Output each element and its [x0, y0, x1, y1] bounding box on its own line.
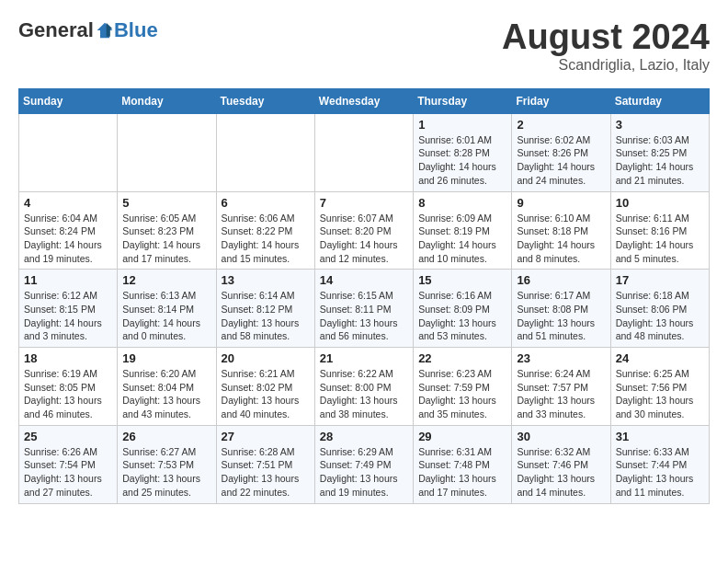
- page-subtitle: Scandriglia, Lazio, Italy: [502, 57, 710, 74]
- day-number: 1: [418, 118, 506, 132]
- calendar-cell: 15Sunrise: 6:16 AMSunset: 8:09 PMDayligh…: [414, 270, 512, 348]
- day-number: 27: [222, 430, 310, 443]
- calendar-cell: 10Sunrise: 6:11 AMSunset: 8:16 PMDayligh…: [610, 191, 709, 270]
- day-number: 9: [517, 196, 605, 210]
- logo-icon: [96, 21, 114, 40]
- calendar-cell: 14Sunrise: 6:15 AMSunset: 8:11 PMDayligh…: [314, 270, 413, 348]
- day-number: 20: [222, 351, 310, 365]
- day-number: 7: [320, 196, 408, 210]
- col-header-sunday: Sunday: [19, 88, 118, 113]
- day-info: Sunrise: 6:27 AMSunset: 7:53 PMDaylight:…: [122, 445, 210, 500]
- day-number: 5: [122, 196, 210, 210]
- day-info: Sunrise: 6:17 AMSunset: 8:08 PMDaylight:…: [517, 289, 605, 343]
- calendar-cell: 29Sunrise: 6:31 AMSunset: 7:48 PMDayligh…: [414, 425, 512, 503]
- day-number: 24: [616, 351, 704, 365]
- day-number: 29: [418, 430, 506, 443]
- day-info: Sunrise: 6:06 AMSunset: 8:22 PMDaylight:…: [222, 212, 310, 266]
- day-info: Sunrise: 6:28 AMSunset: 7:51 PMDaylight:…: [222, 445, 310, 500]
- logo-general-text: General: [18, 18, 94, 42]
- day-number: 17: [616, 273, 704, 287]
- day-number: 12: [122, 273, 210, 287]
- day-number: 31: [616, 430, 704, 443]
- calendar-header-row: SundayMondayTuesdayWednesdayThursdayFrid…: [19, 88, 710, 113]
- calendar-cell: 2Sunrise: 6:02 AMSunset: 8:26 PMDaylight…: [512, 113, 610, 191]
- calendar-cell: 19Sunrise: 6:20 AMSunset: 8:04 PMDayligh…: [118, 348, 216, 426]
- calendar-week-5: 25Sunrise: 6:26 AMSunset: 7:54 PMDayligh…: [19, 425, 710, 503]
- page-title: August 2024: [502, 18, 710, 57]
- calendar-cell: 18Sunrise: 6:19 AMSunset: 8:05 PMDayligh…: [19, 348, 118, 426]
- calendar-cell: 6Sunrise: 6:06 AMSunset: 8:22 PMDaylight…: [216, 191, 314, 270]
- calendar-cell: 12Sunrise: 6:13 AMSunset: 8:14 PMDayligh…: [118, 270, 216, 348]
- day-number: 16: [517, 273, 605, 287]
- calendar-cell: [314, 113, 413, 191]
- calendar-week-1: 1Sunrise: 6:01 AMSunset: 8:28 PMDaylight…: [19, 113, 710, 191]
- day-info: Sunrise: 6:25 AMSunset: 7:56 PMDaylight:…: [616, 367, 704, 421]
- calendar-cell: 8Sunrise: 6:09 AMSunset: 8:19 PMDaylight…: [414, 191, 512, 270]
- day-number: 26: [122, 430, 210, 443]
- day-number: 30: [517, 430, 605, 443]
- day-info: Sunrise: 6:31 AMSunset: 7:48 PMDaylight:…: [418, 445, 506, 500]
- calendar-cell: 17Sunrise: 6:18 AMSunset: 8:06 PMDayligh…: [610, 270, 709, 348]
- day-number: 3: [616, 118, 704, 132]
- calendar-cell: 24Sunrise: 6:25 AMSunset: 7:56 PMDayligh…: [610, 348, 709, 426]
- calendar-cell: [118, 113, 216, 191]
- day-info: Sunrise: 6:12 AMSunset: 8:15 PMDaylight:…: [24, 289, 112, 343]
- title-area: August 2024 Scandriglia, Lazio, Italy: [502, 18, 710, 74]
- day-info: Sunrise: 6:24 AMSunset: 7:57 PMDaylight:…: [517, 367, 605, 421]
- col-header-monday: Monday: [118, 88, 216, 113]
- day-info: Sunrise: 6:21 AMSunset: 8:02 PMDaylight:…: [222, 367, 310, 421]
- day-info: Sunrise: 6:22 AMSunset: 8:00 PMDaylight:…: [320, 367, 408, 421]
- calendar-cell: 11Sunrise: 6:12 AMSunset: 8:15 PMDayligh…: [19, 270, 118, 348]
- calendar-cell: 25Sunrise: 6:26 AMSunset: 7:54 PMDayligh…: [19, 425, 118, 503]
- day-info: Sunrise: 6:23 AMSunset: 7:59 PMDaylight:…: [418, 367, 506, 421]
- calendar-cell: 13Sunrise: 6:14 AMSunset: 8:12 PMDayligh…: [216, 270, 314, 348]
- calendar-cell: 3Sunrise: 6:03 AMSunset: 8:25 PMDaylight…: [610, 113, 709, 191]
- calendar-cell: 21Sunrise: 6:22 AMSunset: 8:00 PMDayligh…: [314, 348, 413, 426]
- day-info: Sunrise: 6:29 AMSunset: 7:49 PMDaylight:…: [320, 445, 408, 500]
- calendar-cell: 1Sunrise: 6:01 AMSunset: 8:28 PMDaylight…: [414, 113, 512, 191]
- day-info: Sunrise: 6:05 AMSunset: 8:23 PMDaylight:…: [122, 212, 210, 266]
- calendar-cell: 27Sunrise: 6:28 AMSunset: 7:51 PMDayligh…: [216, 425, 314, 503]
- day-number: 25: [24, 430, 112, 443]
- calendar-cell: 31Sunrise: 6:33 AMSunset: 7:44 PMDayligh…: [610, 425, 709, 503]
- day-info: Sunrise: 6:13 AMSunset: 8:14 PMDaylight:…: [122, 289, 210, 343]
- calendar-cell: 9Sunrise: 6:10 AMSunset: 8:18 PMDaylight…: [512, 191, 610, 270]
- calendar-cell: 22Sunrise: 6:23 AMSunset: 7:59 PMDayligh…: [414, 348, 512, 426]
- calendar-cell: 16Sunrise: 6:17 AMSunset: 8:08 PMDayligh…: [512, 270, 610, 348]
- calendar-cell: [216, 113, 314, 191]
- day-info: Sunrise: 6:16 AMSunset: 8:09 PMDaylight:…: [418, 289, 506, 343]
- day-number: 15: [418, 273, 506, 287]
- day-number: 10: [616, 196, 704, 210]
- day-number: 4: [24, 196, 112, 210]
- day-number: 23: [517, 351, 605, 365]
- logo: General Blue: [18, 18, 158, 42]
- page-header: General Blue August 2024 Scandriglia, La…: [18, 18, 710, 74]
- calendar-cell: 4Sunrise: 6:04 AMSunset: 8:24 PMDaylight…: [19, 191, 118, 270]
- col-header-friday: Friday: [512, 88, 610, 113]
- day-info: Sunrise: 6:10 AMSunset: 8:18 PMDaylight:…: [517, 212, 605, 266]
- calendar-week-4: 18Sunrise: 6:19 AMSunset: 8:05 PMDayligh…: [19, 348, 710, 426]
- day-info: Sunrise: 6:18 AMSunset: 8:06 PMDaylight:…: [616, 289, 704, 343]
- day-number: 6: [222, 196, 310, 210]
- day-info: Sunrise: 6:03 AMSunset: 8:25 PMDaylight:…: [616, 133, 704, 188]
- day-info: Sunrise: 6:20 AMSunset: 8:04 PMDaylight:…: [122, 367, 210, 421]
- day-number: 8: [418, 196, 506, 210]
- day-number: 13: [222, 273, 310, 287]
- day-info: Sunrise: 6:02 AMSunset: 8:26 PMDaylight:…: [517, 133, 605, 188]
- calendar-cell: [19, 113, 118, 191]
- logo-blue-text: Blue: [114, 18, 158, 42]
- day-number: 14: [320, 273, 408, 287]
- col-header-saturday: Saturday: [610, 88, 709, 113]
- day-info: Sunrise: 6:33 AMSunset: 7:44 PMDaylight:…: [616, 445, 704, 500]
- calendar-cell: 28Sunrise: 6:29 AMSunset: 7:49 PMDayligh…: [314, 425, 413, 503]
- day-info: Sunrise: 6:14 AMSunset: 8:12 PMDaylight:…: [222, 289, 310, 343]
- day-info: Sunrise: 6:15 AMSunset: 8:11 PMDaylight:…: [320, 289, 408, 343]
- day-info: Sunrise: 6:11 AMSunset: 8:16 PMDaylight:…: [616, 212, 704, 266]
- day-info: Sunrise: 6:09 AMSunset: 8:19 PMDaylight:…: [418, 212, 506, 266]
- day-info: Sunrise: 6:19 AMSunset: 8:05 PMDaylight:…: [24, 367, 112, 421]
- calendar-cell: 20Sunrise: 6:21 AMSunset: 8:02 PMDayligh…: [216, 348, 314, 426]
- day-number: 28: [320, 430, 408, 443]
- day-number: 19: [122, 351, 210, 365]
- day-number: 21: [320, 351, 408, 365]
- calendar-table: SundayMondayTuesdayWednesdayThursdayFrid…: [18, 88, 710, 504]
